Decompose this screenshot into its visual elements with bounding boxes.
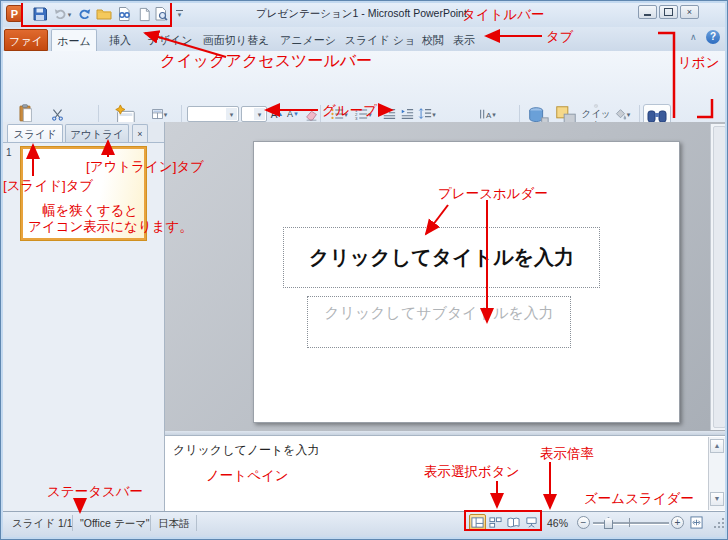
- zoom-percent[interactable]: 46%: [547, 517, 568, 529]
- chevron-down-icon[interactable]: ▾: [254, 108, 265, 120]
- title-placeholder-text: クリックしてタイトルを入力: [309, 244, 574, 271]
- font-size-select[interactable]: ▾: [241, 106, 267, 122]
- reading-view-button[interactable]: [505, 514, 522, 531]
- tab-slideshow[interactable]: スライド ショー: [344, 29, 416, 51]
- save-button[interactable]: [31, 5, 49, 23]
- preview-print-button[interactable]: [152, 5, 170, 23]
- resize-grip[interactable]: [712, 518, 724, 530]
- chevron-down-icon: ▾: [164, 111, 168, 118]
- close-icon: ×: [137, 129, 142, 139]
- slide-sorter-icon: [489, 516, 502, 529]
- chevron-down-icon[interactable]: ▾: [432, 111, 436, 118]
- open-button[interactable]: [95, 5, 113, 23]
- scroll-up-icon: ▲: [714, 442, 721, 449]
- fit-to-window-button[interactable]: [688, 514, 705, 531]
- decrease-indent-button[interactable]: [380, 106, 398, 122]
- zoom-slider-thumb[interactable]: [604, 517, 613, 529]
- notes-scrollbar[interactable]: ▲ ▼: [708, 437, 725, 510]
- print-preview-button[interactable]: [115, 5, 133, 23]
- annotation-width-note-2: アイコン表示になります。: [28, 218, 193, 236]
- clipboard-icon: [14, 104, 38, 123]
- line-spacing-button[interactable]: ▾: [418, 106, 436, 122]
- annotation-placeholder: プレースホルダー: [438, 185, 548, 203]
- tab-file[interactable]: ファイル: [4, 29, 48, 51]
- minimize-button[interactable]: [638, 5, 657, 19]
- minus-icon: −: [581, 517, 587, 528]
- restore-button[interactable]: [659, 5, 678, 19]
- zoom-in-button[interactable]: +: [671, 516, 684, 529]
- chevron-down-icon[interactable]: ▾: [226, 108, 237, 120]
- new-document-button[interactable]: [135, 5, 153, 23]
- slide-canvas[interactable]: クリックしてタイトルを入力 クリックしてサブタイトルを入力: [253, 141, 680, 423]
- annotation-view-buttons: 表示選択ボタン: [424, 463, 519, 481]
- chevron-up-icon: ∧: [690, 32, 697, 42]
- slide-indicator: スライド 1/1: [12, 517, 73, 531]
- font-name-select[interactable]: ▾: [187, 106, 239, 122]
- tab-animations[interactable]: アニメーション: [275, 29, 341, 51]
- annotation-titlebar: タイトルバー: [462, 6, 545, 24]
- decrease-indent-icon: [382, 107, 396, 121]
- title-bar: P ▾ ▾ プレゼンテーション1 - Microsoft PowerPoint …: [0, 0, 728, 28]
- notes-placeholder-text: クリックしてノートを入力: [173, 442, 320, 459]
- layout-button[interactable]: ▾: [150, 106, 168, 122]
- tab-home[interactable]: ホーム: [51, 29, 97, 51]
- scrollbar-thumb[interactable]: [713, 126, 726, 428]
- tab-view[interactable]: 表示: [450, 29, 478, 51]
- shrink-font-button[interactable]: A▼: [284, 106, 302, 122]
- chevron-down-icon: ▾: [178, 11, 182, 18]
- undo-button[interactable]: ▾: [50, 5, 74, 23]
- cut-button[interactable]: [48, 106, 66, 122]
- zoom-out-button[interactable]: −: [577, 516, 590, 529]
- close-button[interactable]: ×: [680, 5, 699, 19]
- open-folder-icon: [96, 6, 112, 22]
- outline-tab[interactable]: アウトライン: [65, 124, 129, 142]
- annotation-notes-pane: ノートペイン: [206, 467, 289, 485]
- shape-fill-button[interactable]: ▾: [613, 106, 631, 122]
- increase-indent-icon: [400, 107, 414, 121]
- subtitle-placeholder[interactable]: クリックしてサブタイトルを入力: [307, 296, 571, 348]
- scroll-down-button[interactable]: ▼: [710, 492, 724, 506]
- tab-review[interactable]: 校閲: [419, 29, 447, 51]
- tab-insert[interactable]: 挿入: [100, 29, 140, 51]
- tab-design[interactable]: デザイン: [143, 29, 197, 51]
- slide-vertical-scrollbar[interactable]: [710, 124, 727, 430]
- annotation-outline-tab: [アウトライン]タブ: [86, 158, 204, 176]
- plus-icon: +: [675, 517, 681, 528]
- language-indicator[interactable]: 日本語: [158, 517, 190, 531]
- chevron-down-icon[interactable]: ▾: [627, 111, 631, 118]
- normal-view-button[interactable]: [469, 514, 486, 531]
- increase-indent-button[interactable]: [398, 106, 416, 122]
- minimize-ribbon-button[interactable]: ∧: [690, 32, 697, 42]
- slideshow-icon: [525, 516, 538, 529]
- title-placeholder[interactable]: クリックしてタイトルを入力: [283, 227, 600, 288]
- tab-transitions[interactable]: 画面切り替え: [200, 29, 272, 51]
- chevron-down-icon[interactable]: ▾: [492, 111, 496, 118]
- theme-indicator[interactable]: "Office テーマ": [80, 517, 150, 531]
- help-button[interactable]: ?: [706, 30, 720, 44]
- window-title: プレゼンテーション1 - Microsoft PowerPoint: [256, 7, 467, 21]
- paint-bucket-icon: [614, 108, 627, 121]
- save-icon: [32, 6, 48, 22]
- text-direction-button[interactable]: ▾: [478, 106, 496, 122]
- minimize-icon: [644, 14, 651, 16]
- scissors-icon: [51, 108, 64, 121]
- undo-dropdown-icon[interactable]: ▾: [68, 11, 72, 18]
- annotation-tab: タブ: [546, 28, 574, 46]
- annotation-qat: クイックアクセスツールバー: [160, 51, 372, 72]
- close-icon: ×: [687, 7, 692, 17]
- zoom-slider-center-notch: [629, 518, 630, 527]
- slide-sorter-view-button[interactable]: [487, 514, 504, 531]
- redo-button[interactable]: [75, 5, 93, 23]
- reading-view-icon: [507, 516, 520, 529]
- annotation-ribbon: リボン: [678, 54, 719, 72]
- slides-tab[interactable]: スライド: [7, 124, 63, 142]
- powerpoint-app-icon[interactable]: P: [6, 5, 23, 22]
- qat-customize-button[interactable]: ▾: [173, 5, 186, 23]
- slideshow-view-button[interactable]: [523, 514, 540, 531]
- pane-close-button[interactable]: ×: [132, 124, 148, 142]
- print-preview-icon: [116, 6, 132, 22]
- annotation-zoom-slider: ズームスライダー: [584, 490, 694, 508]
- redo-icon: [77, 7, 92, 22]
- clear-formatting-button[interactable]: [302, 106, 320, 122]
- scroll-up-button[interactable]: ▲: [710, 439, 724, 453]
